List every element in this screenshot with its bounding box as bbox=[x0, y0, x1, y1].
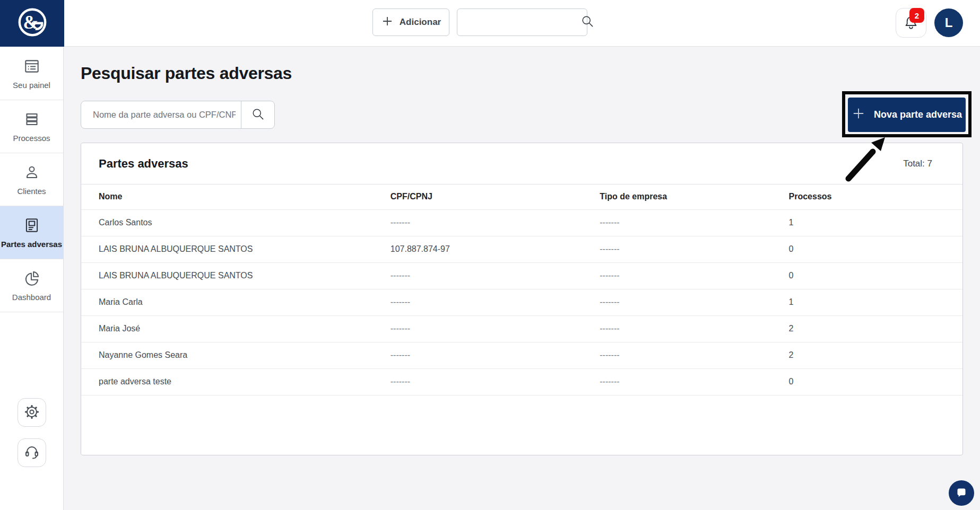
global-search-input[interactable] bbox=[457, 9, 580, 36]
parties-card: Partes adversas Total: 7 Nome CPF/CPNJ T… bbox=[81, 143, 963, 455]
cell-cpf: ------- bbox=[373, 262, 582, 289]
cell-nome: LAIS BRUNA ALBUQUERQUE SANTOS bbox=[81, 262, 373, 289]
cell-cpf: ------- bbox=[373, 368, 582, 395]
sidebar-item-label: Partes adversas bbox=[1, 240, 62, 249]
panel-icon bbox=[23, 57, 41, 75]
table-row[interactable]: Maria José ------- ------- 2 bbox=[81, 315, 962, 342]
table-row[interactable]: Carlos Santos ------- ------- 1 bbox=[81, 209, 962, 236]
person-icon bbox=[23, 163, 41, 181]
cell-tipo: ------- bbox=[582, 209, 771, 236]
sidebar-item-dashboard[interactable]: Dashboard bbox=[0, 259, 63, 312]
brand-logo[interactable]: & bbox=[0, 0, 64, 47]
col-header-tipo: Tipo de empresa bbox=[582, 184, 771, 209]
table-row[interactable]: parte adversa teste ------- ------- 0 bbox=[81, 368, 962, 395]
search-icon bbox=[250, 107, 265, 124]
parties-table: Nome CPF/CPNJ Tipo de empresa Processos … bbox=[81, 184, 962, 395]
search-icon[interactable] bbox=[580, 14, 595, 31]
avatar[interactable]: L bbox=[934, 8, 963, 37]
cell-processos: 1 bbox=[771, 289, 962, 315]
cell-nome: Nayanne Gomes Seara bbox=[81, 342, 373, 368]
sidebar-item-clientes[interactable]: Clientes bbox=[0, 153, 63, 206]
cell-tipo: ------- bbox=[582, 262, 771, 289]
add-button[interactable]: Adicionar bbox=[372, 8, 449, 36]
sidebar-item-processos[interactable]: Processos bbox=[0, 100, 63, 153]
cell-tipo: ------- bbox=[582, 315, 771, 342]
table-row[interactable]: LAIS BRUNA ALBUQUERQUE SANTOS ------- --… bbox=[81, 262, 962, 289]
chat-button[interactable] bbox=[949, 480, 974, 506]
cell-processos: 0 bbox=[771, 262, 962, 289]
sidebar-item-label: Dashboard bbox=[12, 293, 51, 302]
cell-processos: 1 bbox=[771, 209, 962, 236]
ampersand-logo-icon: & bbox=[16, 6, 49, 41]
gear-icon bbox=[23, 403, 40, 422]
col-header-nome: Nome bbox=[81, 184, 373, 209]
cell-nome: LAIS BRUNA ALBUQUERQUE SANTOS bbox=[81, 236, 373, 262]
sidebar: Seu painel Processos Clientes bbox=[0, 47, 64, 510]
table-row[interactable]: LAIS BRUNA ALBUQUERQUE SANTOS 107.887.87… bbox=[81, 236, 962, 262]
card-header: Partes adversas Total: 7 bbox=[81, 143, 962, 184]
cell-cpf: ------- bbox=[373, 209, 582, 236]
col-header-cpf: CPF/CPNJ bbox=[373, 184, 582, 209]
cell-nome: Maria Carla bbox=[81, 289, 373, 315]
cell-nome: parte adversa teste bbox=[81, 368, 373, 395]
top-header: & Adicionar 2 L bbox=[0, 0, 980, 47]
cell-cpf: ------- bbox=[373, 342, 582, 368]
sidebar-item-label: Clientes bbox=[17, 187, 46, 196]
plus-icon bbox=[852, 107, 865, 123]
party-search-input[interactable] bbox=[81, 101, 241, 128]
new-party-button[interactable]: Nova parte adversa bbox=[848, 98, 966, 132]
page-title: Pesquisar partes adversas bbox=[81, 64, 292, 83]
add-button-label: Adicionar bbox=[400, 17, 441, 28]
notification-badge: 2 bbox=[909, 8, 924, 23]
cell-tipo: ------- bbox=[582, 342, 771, 368]
settings-button[interactable] bbox=[18, 398, 46, 427]
new-party-button-label: Nova parte adversa bbox=[874, 109, 962, 120]
avatar-initial: L bbox=[945, 15, 953, 30]
cell-cpf: 107.887.874-97 bbox=[373, 236, 582, 262]
cell-processos: 2 bbox=[771, 315, 962, 342]
party-search bbox=[81, 101, 275, 129]
headset-icon bbox=[23, 444, 40, 462]
total-count: Total: 7 bbox=[903, 159, 932, 169]
plus-icon bbox=[381, 15, 394, 30]
notifications-button[interactable]: 2 bbox=[896, 8, 926, 38]
sidebar-item-seu-painel[interactable]: Seu painel bbox=[0, 47, 63, 100]
cell-nome: Maria José bbox=[81, 315, 373, 342]
sidebar-item-partes-adversas[interactable]: Partes adversas bbox=[0, 206, 63, 259]
table-row[interactable]: Nayanne Gomes Seara ------- ------- 2 bbox=[81, 342, 962, 368]
party-search-button[interactable] bbox=[241, 101, 274, 128]
cell-cpf: ------- bbox=[373, 289, 582, 315]
col-header-processos: Processos bbox=[771, 184, 962, 209]
cell-tipo: ------- bbox=[582, 236, 771, 262]
cell-processos: 2 bbox=[771, 342, 962, 368]
sidebar-item-label: Processos bbox=[13, 134, 50, 143]
cell-tipo: ------- bbox=[582, 289, 771, 315]
stack-icon bbox=[23, 110, 41, 128]
chat-bubble-icon bbox=[955, 486, 968, 500]
support-button[interactable] bbox=[18, 438, 46, 467]
table-row[interactable]: Maria Carla ------- ------- 1 bbox=[81, 289, 962, 315]
global-search bbox=[457, 8, 587, 36]
cell-cpf: ------- bbox=[373, 315, 582, 342]
catalog-icon bbox=[23, 216, 41, 234]
pie-chart-icon bbox=[23, 269, 41, 287]
cell-tipo: ------- bbox=[582, 368, 771, 395]
card-title: Partes adversas bbox=[99, 157, 188, 171]
sidebar-item-label: Seu painel bbox=[13, 81, 50, 90]
table-header-row: Nome CPF/CPNJ Tipo de empresa Processos bbox=[81, 184, 962, 209]
cell-processos: 0 bbox=[771, 236, 962, 262]
cell-processos: 0 bbox=[771, 368, 962, 395]
cell-nome: Carlos Santos bbox=[81, 209, 373, 236]
